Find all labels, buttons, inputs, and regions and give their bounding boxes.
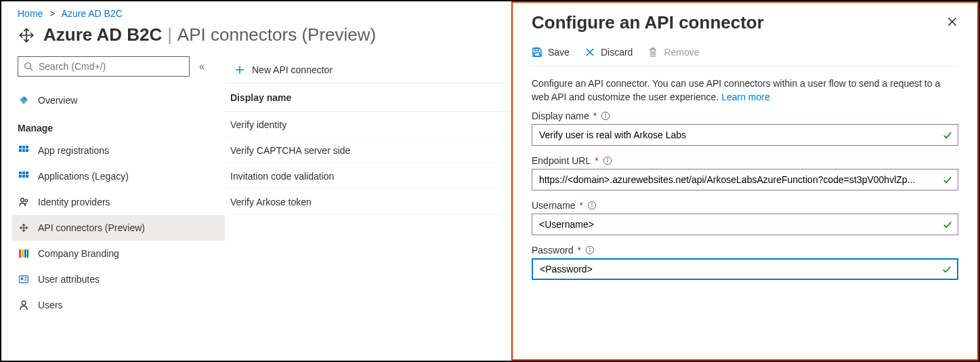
svg-rect-10: [19, 172, 22, 174]
required-marker: *: [577, 245, 580, 256]
svg-point-26: [22, 301, 26, 305]
move-arrows-icon: [18, 222, 30, 234]
breadcrumb-parent[interactable]: Azure AD B2C: [62, 8, 123, 19]
password-field: Password *: [532, 245, 958, 280]
sidebar-item-label: App registrations: [38, 145, 109, 156]
columns-icon: [18, 247, 30, 260]
required-marker: *: [595, 155, 598, 166]
svg-rect-7: [19, 149, 22, 152]
svg-point-42: [607, 159, 608, 159]
sidebar-item-label: Users: [38, 300, 63, 310]
search-icon: [24, 62, 33, 71]
remove-button: Remove: [647, 47, 699, 58]
svg-rect-20: [24, 249, 26, 258]
sidebar-item-label: Identity providers: [38, 197, 110, 207]
title-divider: |: [167, 24, 172, 45]
display-name-label: Display name: [532, 110, 589, 121]
svg-point-23: [21, 278, 23, 280]
valid-icon: [943, 130, 952, 140]
svg-line-1: [30, 68, 33, 71]
svg-rect-8: [22, 149, 25, 152]
info-icon[interactable]: [587, 201, 597, 210]
svg-marker-3: [24, 96, 28, 100]
breadcrumb-separator: >: [49, 8, 55, 19]
svg-rect-21: [27, 249, 28, 258]
search-input-wrapper[interactable]: [18, 56, 190, 77]
password-input-wrapper[interactable]: [532, 258, 958, 280]
person-icon: [18, 299, 30, 311]
save-label: Save: [548, 47, 570, 58]
display-name-input-wrapper[interactable]: [532, 124, 958, 146]
display-name-field: Display name *: [532, 110, 958, 146]
left-navigation: « Overview Manage App registrations Ap: [1, 56, 225, 318]
flyout-description: Configure an API connector. You can use …: [532, 77, 958, 104]
new-api-connector-button[interactable]: New API connector: [228, 56, 339, 83]
username-label-row: Username *: [532, 200, 958, 211]
sidebar-item-label: API connectors (Preview): [38, 222, 145, 233]
endpoint-url-field: Endpoint URL *: [532, 155, 958, 190]
valid-icon: [943, 220, 952, 229]
nav-company-branding[interactable]: Company Branding: [12, 241, 225, 266]
sidebar-item-label: User attributes: [38, 274, 100, 285]
nav-overview[interactable]: Overview: [12, 87, 225, 113]
flyout-title: Configure an API connector: [532, 12, 764, 33]
collapse-nav-button[interactable]: «: [199, 61, 205, 72]
password-input[interactable]: [538, 263, 938, 275]
nav-users[interactable]: Users: [12, 292, 225, 318]
svg-point-45: [592, 203, 593, 204]
nav-user-attributes[interactable]: User attributes: [12, 266, 225, 292]
svg-rect-12: [26, 172, 28, 174]
trash-icon: [647, 47, 658, 58]
info-icon[interactable]: [585, 245, 595, 255]
close-icon: [946, 16, 958, 28]
svg-rect-32: [534, 53, 540, 56]
endpoint-url-input[interactable]: [538, 174, 939, 186]
move-icon: [18, 26, 35, 44]
username-input[interactable]: [538, 218, 939, 230]
card-icon: [18, 273, 30, 285]
app-frame: { "breadcrumb": { "home": "Home", "paren…: [0, 0, 980, 362]
svg-rect-5: [22, 146, 25, 148]
username-input-wrapper[interactable]: [532, 214, 958, 235]
grid-icon: [18, 144, 30, 157]
svg-point-17: [25, 199, 28, 202]
svg-rect-18: [19, 249, 21, 258]
nav-identity-providers[interactable]: Identity providers: [12, 189, 225, 215]
nav-app-registrations[interactable]: App registrations: [12, 138, 225, 163]
svg-rect-19: [22, 249, 24, 258]
info-icon[interactable]: [603, 156, 612, 165]
display-name-input[interactable]: [538, 129, 939, 141]
endpoint-url-input-wrapper[interactable]: [532, 169, 958, 190]
required-marker: *: [580, 200, 583, 211]
nav-applications-legacy[interactable]: Applications (Legacy): [12, 163, 225, 189]
nav-api-connectors[interactable]: API connectors (Preview): [12, 215, 225, 241]
save-button[interactable]: Save: [532, 47, 570, 58]
flyout-header: Configure an API connector: [532, 3, 958, 40]
sidebar-item-label: Applications (Legacy): [38, 171, 129, 182]
svg-rect-15: [26, 175, 28, 178]
discard-button[interactable]: Discard: [584, 47, 633, 58]
page-title-group: Azure AD B2C | API connectors (Preview): [43, 24, 376, 45]
breadcrumb-home[interactable]: Home: [18, 8, 43, 19]
svg-rect-22: [20, 276, 28, 283]
diamond-icon: [18, 94, 30, 106]
svg-point-48: [589, 248, 590, 249]
discard-icon: [584, 47, 595, 58]
svg-rect-9: [26, 149, 28, 152]
search-row: «: [18, 56, 225, 77]
password-label-row: Password *: [532, 245, 958, 256]
svg-point-16: [21, 199, 24, 202]
search-input[interactable]: [37, 60, 184, 73]
close-button[interactable]: [946, 16, 958, 30]
info-icon[interactable]: [601, 111, 610, 121]
required-marker: *: [593, 110, 597, 121]
discard-label: Discard: [601, 47, 633, 58]
nav-overview-label: Overview: [38, 95, 77, 106]
remove-label: Remove: [664, 47, 699, 58]
svg-rect-13: [19, 175, 22, 178]
learn-more-link[interactable]: Learn more: [721, 92, 770, 102]
username-field: Username *: [532, 200, 958, 235]
grid-icon: [18, 170, 30, 182]
password-label: Password: [532, 245, 573, 256]
plus-icon: [234, 64, 245, 75]
